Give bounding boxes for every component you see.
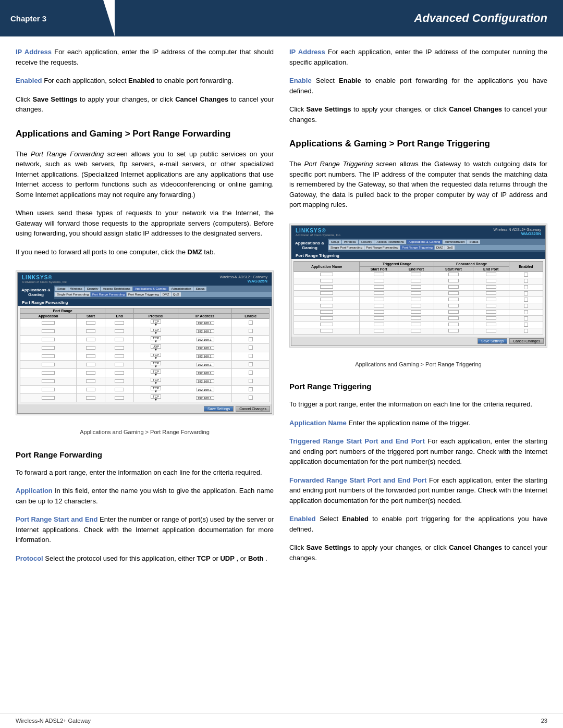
table-row xyxy=(294,278,543,284)
td-end xyxy=(105,352,134,361)
td2-ts xyxy=(360,309,398,315)
linksys1-nav-security[interactable]: Security xyxy=(85,287,101,291)
app-field-text: In this field, enter the name you wish t… xyxy=(16,487,274,505)
td2-te xyxy=(398,290,434,297)
right-ip-address-text: For each application, enter the IP addre… xyxy=(289,48,547,66)
section1-para2: When users send these types of requests … xyxy=(16,208,274,239)
linksys1-nav-status[interactable]: Status xyxy=(193,287,206,291)
linksys1-nav-admin[interactable]: Administration xyxy=(169,287,193,291)
subsection1-body-text: To forward a port range, enter the infor… xyxy=(16,468,262,476)
td2-fs xyxy=(434,278,473,284)
td-check xyxy=(232,319,270,327)
linksys2-nav-items: Setup Wireless Security Access Restricti… xyxy=(328,239,545,252)
linksys2-header-row1: Application Name Triggered Range Forward… xyxy=(294,261,543,266)
table-row: TCP ▼192.168.1. xyxy=(20,319,270,327)
table-row: TCP ▼192.168.1. xyxy=(20,336,270,344)
td-end xyxy=(105,377,134,386)
linksys2-nav: Applications &Gaming Setup Wireless Secu… xyxy=(291,239,545,252)
td-ip: 192.168.1. xyxy=(178,361,231,369)
linksys1-save-btn[interactable]: Save Settings xyxy=(204,406,234,412)
td2-app xyxy=(294,322,360,328)
td-start xyxy=(77,336,105,344)
left-enabled-text1: For each application, select xyxy=(44,77,128,84)
linksys2-nav-security[interactable]: Security xyxy=(359,240,374,244)
table-row: TCP ▼192.168.1. xyxy=(20,352,270,361)
linksys1-model: Wireless-N ADSL2+ Gateway xyxy=(219,275,267,279)
triggered-range-para: Triggered Range Start Port and End Port … xyxy=(289,436,547,467)
table-row xyxy=(294,284,543,290)
td2-app xyxy=(294,290,360,297)
linksys1-nav-access[interactable]: Access Restrictions xyxy=(101,287,132,291)
linksys2-nav-status[interactable]: Status xyxy=(467,240,480,244)
td-ip: 192.168.1. xyxy=(178,369,231,377)
linksys2-nav-access[interactable]: Access Restrictions xyxy=(374,240,406,244)
linksys2-tab-qos[interactable]: QoS xyxy=(445,245,455,250)
screenshot2-caption: Applications and Gaming > Port Range Tri… xyxy=(289,360,547,369)
td-proto: TCP ▼ xyxy=(134,369,178,377)
right-save-mid: to apply your changes, or click xyxy=(353,105,449,113)
th2-forwarded: Forwarded Range xyxy=(434,261,509,266)
right-save2-bold: Save Settings xyxy=(307,544,351,551)
linksys2-nav-row: Setup Wireless Security Access Restricti… xyxy=(328,239,545,245)
td2-fs xyxy=(434,290,473,297)
screenshot2-container: LINKSYS® A Division of Cisco Systems, In… xyxy=(289,224,547,348)
page-body: IP Address For each application, enter t… xyxy=(0,36,563,728)
table-row: TCP ▼192.168.1. xyxy=(20,377,270,386)
td-app xyxy=(20,327,77,336)
linksys1-tab-trigger[interactable]: Port Range Triggering xyxy=(127,292,161,297)
linksys2-tab-trigger[interactable]: Port Range Triggering xyxy=(400,245,434,250)
linksys2-logo-area: LINKSYS® A Division of Cisco Systems, In… xyxy=(296,228,341,237)
td2-fs xyxy=(434,272,473,278)
linksys2-nav-admin[interactable]: Administration xyxy=(443,240,467,244)
linksys1-cancel-btn[interactable]: Cancel Changes xyxy=(236,406,270,412)
linksys2-cancel-btn[interactable]: Cancel Changes xyxy=(509,338,544,344)
td-ip: 192.168.1. xyxy=(178,352,231,361)
td-check xyxy=(232,394,270,402)
td-start xyxy=(77,344,105,352)
screenshot1-container: LINKSYS® A Division of Cisco Systems, In… xyxy=(16,270,274,415)
linksys2-nav-setup[interactable]: Setup xyxy=(329,240,341,244)
th-application: Application xyxy=(20,314,77,319)
linksys1-tab-single[interactable]: Single Port Forwarding xyxy=(55,292,90,297)
td2-check xyxy=(509,284,543,290)
protocol-or: or xyxy=(212,554,220,562)
td2-app xyxy=(294,309,360,315)
linksys2-table: Application Name Triggered Range Forward… xyxy=(293,261,543,335)
linksys2-model: Wireless-N ADSL2+ Gateway xyxy=(493,228,541,231)
subsection2-body-text: To trigger a port range, enter the infor… xyxy=(289,400,532,408)
forwarded-range-para: Forwarded Range Start Port and End Port … xyxy=(289,475,547,506)
td-end xyxy=(105,394,134,402)
td-check xyxy=(232,344,270,352)
linksys2-nav-wireless[interactable]: Wireless xyxy=(342,240,358,244)
linksys-ui2: LINKSYS® A Division of Cisco Systems, In… xyxy=(291,225,546,346)
linksys1-nav-appsgaming[interactable]: Applications & Gaming xyxy=(133,287,169,291)
th2-appname: Application Name xyxy=(294,261,360,272)
td2-app xyxy=(294,303,360,309)
right-enabled-para: Enabled Select Enabled to enable port tr… xyxy=(289,514,547,534)
linksys1-tab-range[interactable]: Port Range Forwarding xyxy=(91,292,126,297)
linksys2-header: LINKSYS® A Division of Cisco Systems, In… xyxy=(291,226,545,239)
td-ip: 192.168.1. xyxy=(178,344,231,352)
linksys2-nav-appsgaming[interactable]: Applications & Gaming xyxy=(407,240,443,244)
linksys2-tab-single[interactable]: Single Port Forwarding xyxy=(329,245,364,250)
td2-fs xyxy=(434,309,473,315)
td2-check xyxy=(509,322,543,328)
left-cancel-bold: Cancel Changes xyxy=(175,95,228,103)
right-ip-address-para: IP Address For each application, enter t… xyxy=(289,47,547,67)
linksys1-nav-wireless[interactable]: Wireless xyxy=(68,287,84,291)
td-check xyxy=(232,369,270,377)
subsection1-body: To forward a port range, enter the infor… xyxy=(16,467,274,478)
linksys1-nav-setup[interactable]: Setup xyxy=(55,287,68,291)
linksys2-tbody xyxy=(294,272,543,334)
linksys1-tab-dmz[interactable]: DMZ xyxy=(161,292,171,297)
linksys2-tab-range[interactable]: Port Range Forwarding xyxy=(364,245,400,250)
linksys2-tab-dmz[interactable]: DMZ xyxy=(435,245,445,250)
td2-te xyxy=(398,328,434,334)
td-end xyxy=(105,327,134,336)
linksys2-save-btn[interactable]: Save Settings xyxy=(478,338,507,344)
td-app xyxy=(20,352,77,361)
td-end xyxy=(105,361,134,369)
td2-fe xyxy=(473,309,509,315)
linksys1-tab-qos[interactable]: QoS xyxy=(172,292,181,297)
right-column: IP Address For each application, enter t… xyxy=(289,47,547,566)
